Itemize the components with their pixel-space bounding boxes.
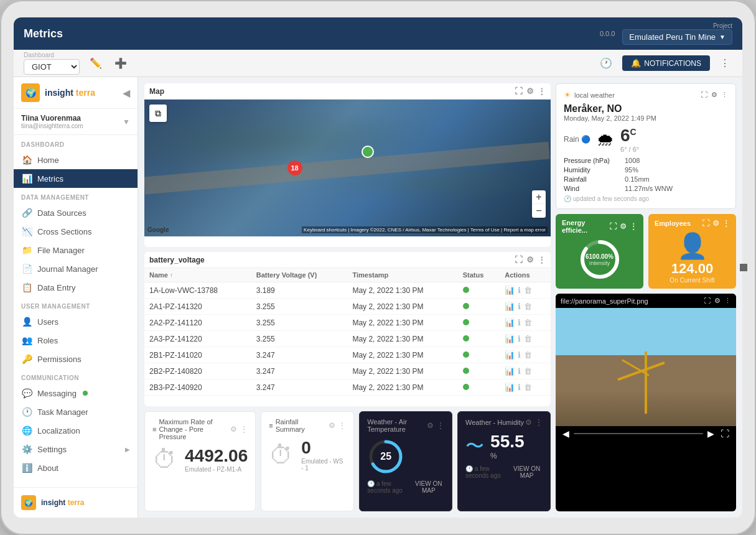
battery-settings-icon[interactable]: ⚙: [526, 255, 534, 264]
action-delete-icon[interactable]: 🗑: [524, 383, 532, 392]
user-info: Tiina Vuorenmaa tiina@insightterra.com ▼: [14, 109, 138, 135]
weather-more-icon[interactable]: ⋮: [721, 91, 728, 99]
employees-settings-icon[interactable]: ⚙: [712, 219, 719, 228]
energy-settings-icon[interactable]: ⚙: [620, 222, 627, 231]
air-temp-more-icon[interactable]: ⋮: [437, 421, 444, 430]
rainfall-more-icon[interactable]: ⋮: [338, 421, 346, 430]
right-column: ☀ local weather ⛶ ⚙ ⋮ Meråker, NO Monday…: [556, 83, 736, 511]
action-delete-icon[interactable]: 🗑: [524, 318, 532, 327]
map-zoom-in-button[interactable]: +: [532, 190, 546, 204]
action-info-icon[interactable]: ℹ: [518, 302, 521, 311]
air-temp-settings-icon[interactable]: ⚙: [427, 421, 434, 430]
logo-icon: 🌍: [21, 83, 40, 102]
map-marker-red: 18: [287, 160, 302, 175]
humidity-body: 〜 55.5 %: [465, 432, 543, 460]
map-container[interactable]: ⧉ 18 + − Google Keyboard shortcuts | Ima…: [144, 100, 551, 236]
action-info-icon[interactable]: ℹ: [518, 286, 521, 295]
panorama-next-button[interactable]: ▶: [706, 429, 716, 439]
sidebar-item-home[interactable]: 🏠 Home: [14, 151, 138, 169]
action-chart-icon[interactable]: 📊: [505, 366, 515, 376]
more-options-button[interactable]: ⋮: [717, 56, 732, 70]
sidebar-item-data-entry[interactable]: 📋 Data Entry: [14, 278, 138, 297]
sidebar-item-cross-sections[interactable]: 📉 Cross Sections: [14, 222, 138, 241]
weather-settings-icon[interactable]: ⚙: [711, 91, 717, 99]
pore-pressure-header: ≡ Maximum Rate of Change - Pore Pressure…: [152, 418, 248, 440]
messaging-dot: [83, 391, 88, 396]
energy-more-icon[interactable]: ⋮: [630, 222, 637, 231]
collapse-sidebar-button[interactable]: ◀: [123, 87, 130, 99]
battery-widget: battery_voltage ⛶ ⚙ ⋮ Name ↑: [144, 252, 551, 406]
col-voltage: Battery Voltage (V): [251, 268, 348, 282]
humidity-more-icon[interactable]: ⋮: [535, 418, 543, 427]
pore-pressure-settings-icon[interactable]: ⚙: [230, 425, 237, 434]
action-delete-icon[interactable]: 🗑: [524, 334, 532, 343]
refresh-button[interactable]: 🕐: [597, 56, 615, 70]
humidity-view-map-button[interactable]: VIEW ON MAP: [511, 465, 543, 479]
action-delete-icon[interactable]: 🗑: [524, 366, 532, 376]
sidebar-item-users[interactable]: 👤 Users: [14, 312, 138, 331]
panorama-slider[interactable]: [574, 433, 703, 434]
sidebar-item-settings[interactable]: ⚙️ Settings ▶: [14, 440, 138, 458]
action-chart-icon[interactable]: 📊: [505, 318, 515, 327]
action-delete-icon[interactable]: 🗑: [524, 350, 532, 360]
sidebar-item-metrics[interactable]: 📊 Metrics: [14, 169, 138, 188]
sidebar-item-about[interactable]: ℹ️ About: [14, 458, 138, 477]
action-chart-icon[interactable]: 📊: [505, 286, 515, 295]
panorama-fullscreen-icon[interactable]: ⛶: [704, 297, 711, 305]
weather-fullscreen-icon[interactable]: ⛶: [701, 91, 707, 99]
action-chart-icon[interactable]: 📊: [505, 350, 515, 360]
map-more-icon[interactable]: ⋮: [538, 86, 546, 96]
action-chart-icon[interactable]: 📊: [505, 302, 515, 311]
sidebar-metrics-label: Metrics: [37, 174, 63, 184]
air-temp-view-map-button[interactable]: VIEW ON MAP: [413, 480, 444, 494]
pore-pressure-more-icon[interactable]: ⋮: [240, 425, 248, 434]
map-fullscreen-icon[interactable]: ⛶: [515, 86, 523, 96]
notifications-button[interactable]: 🔔 NOTIFICATIONS: [622, 55, 710, 71]
action-info-icon[interactable]: ℹ: [518, 350, 521, 360]
panorama-settings-icon[interactable]: ⚙: [714, 297, 721, 305]
action-info-icon[interactable]: ℹ: [518, 383, 521, 392]
sidebar-item-messaging[interactable]: 💬 Messaging: [14, 384, 138, 402]
cell-timestamp: May 2, 2022 1:30 PM: [347, 299, 457, 315]
air-temp-value: 25: [380, 451, 391, 462]
humidity-settings-icon[interactable]: ⚙: [525, 418, 532, 427]
rainfall-title: Rainfall Summary: [276, 418, 327, 433]
panorama-fullscreen-button[interactable]: ⛶: [719, 429, 731, 439]
map-zoom-out-button[interactable]: −: [532, 204, 546, 218]
map-settings-icon[interactable]: ⚙: [526, 86, 534, 96]
sidebar-item-journal-manager[interactable]: 📄 Journal Manager: [14, 259, 138, 278]
sidebar-item-localization[interactable]: 🌐 Localization: [14, 421, 138, 440]
panorama-more-icon[interactable]: ⋮: [724, 297, 731, 305]
sidebar-item-data-sources[interactable]: 🔗 Data Sources: [14, 203, 138, 222]
action-delete-icon[interactable]: 🗑: [524, 286, 532, 295]
weather-details: Pressure (hPa) 1008 Humidity 95% Rainfal…: [564, 157, 728, 192]
action-chart-icon[interactable]: 📊: [505, 383, 515, 392]
edit-dashboard-button[interactable]: ✏️: [87, 56, 105, 70]
weather-temp: 6C: [620, 126, 639, 146]
add-dashboard-button[interactable]: ➕: [112, 56, 129, 70]
sidebar-item-file-manager[interactable]: 📁 File Manager: [14, 241, 138, 259]
action-delete-icon[interactable]: 🗑: [524, 302, 532, 311]
sidebar-item-task-manager[interactable]: 🕐 Task Manager: [14, 402, 138, 421]
action-chart-icon[interactable]: 📊: [505, 334, 515, 343]
dashboard-select[interactable]: GIOT: [24, 59, 80, 75]
pressure-value: 1008: [625, 157, 640, 164]
humidity-footer: 🕐 a few seconds ago VIEW ON MAP: [465, 465, 543, 479]
sidebar-item-permissions[interactable]: 🔑 Permissions: [14, 350, 138, 368]
humidity-unit: %: [490, 452, 525, 460]
action-info-icon[interactable]: ℹ: [518, 366, 521, 376]
battery-more-icon[interactable]: ⋮: [538, 255, 546, 264]
panorama-controls: ◀ ▶ ⛶: [556, 426, 736, 441]
action-info-icon[interactable]: ℹ: [518, 318, 521, 327]
sidebar-item-roles[interactable]: 👥 Roles: [14, 331, 138, 350]
employees-fullscreen-icon[interactable]: ⛶: [702, 219, 709, 228]
map-layers-button[interactable]: ⧉: [149, 105, 167, 122]
project-selector[interactable]: Emulated Peru Tin Mine ▼: [622, 29, 732, 45]
project-name: Emulated Peru Tin Mine: [629, 32, 716, 42]
action-info-icon[interactable]: ℹ: [518, 334, 521, 343]
energy-fullscreen-icon[interactable]: ⛶: [609, 222, 617, 231]
battery-expand-icon[interactable]: ⛶: [515, 255, 523, 264]
panorama-prev-button[interactable]: ◀: [561, 429, 571, 439]
rainfall-settings-icon[interactable]: ⚙: [329, 421, 335, 430]
employees-more-icon[interactable]: ⋮: [722, 219, 730, 228]
